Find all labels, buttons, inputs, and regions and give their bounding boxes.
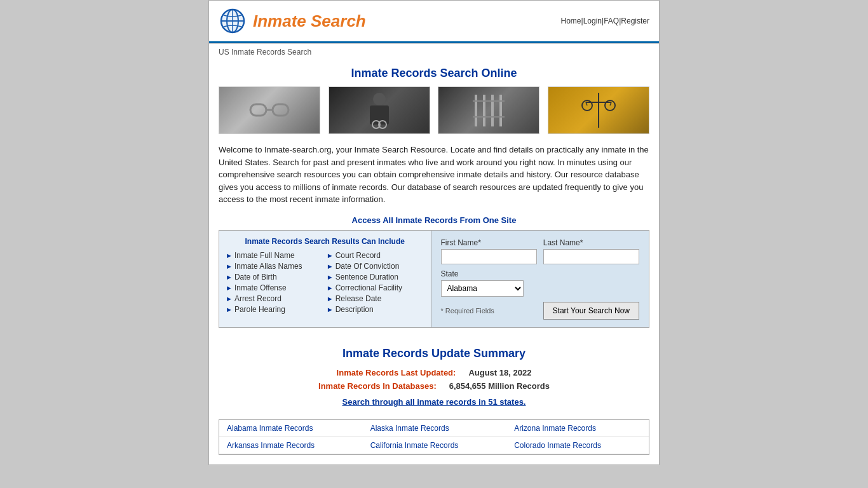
result-label: Correctional Facility <box>336 283 402 292</box>
nav-home[interactable]: Home <box>561 17 581 25</box>
result-item: ►Arrest Record <box>226 294 323 303</box>
arrow-icon: ► <box>327 252 334 259</box>
state-records-link[interactable]: Alabama Inmate Records <box>227 424 313 433</box>
search-button[interactable]: Start Your Search Now <box>543 302 639 320</box>
states-table-wrapper: Alabama Inmate RecordsAlaska Inmate Reco… <box>219 419 649 455</box>
result-item: ►Inmate Alias Names <box>226 262 323 271</box>
hero-image-arrest <box>329 86 430 134</box>
breadcrumb: US Inmate Records Search <box>209 44 659 60</box>
update-heading: Inmate Records Update Summary <box>219 347 649 360</box>
records-value: 6,854,655 Million Records <box>449 381 550 391</box>
first-name-label: First Name* <box>441 238 537 247</box>
state-select[interactable]: AlabamaAlaskaArizonaArkansasCaliforniaCo… <box>441 280 524 297</box>
last-name-label: Last Name* <box>543 238 639 247</box>
result-label: Date Of Conviction <box>336 262 400 271</box>
states-table: Alabama Inmate RecordsAlaska Inmate Reco… <box>219 420 649 454</box>
result-item: ►Date Of Conviction <box>327 262 424 271</box>
description-text: Welcome to Inmate-search.org, your Inmat… <box>219 144 649 206</box>
arrow-icon: ► <box>327 262 334 270</box>
page-heading: Inmate Records Search Online <box>219 67 649 80</box>
arrow-icon: ► <box>226 284 233 292</box>
header: Inmate Search Home|Login|FAQ|Register <box>209 1 659 41</box>
result-label: Inmate Alias Names <box>234 262 302 271</box>
result-label: Arrest Record <box>234 294 281 303</box>
result-label: Court Record <box>336 251 381 260</box>
result-item: ►Sentence Duration <box>327 273 424 281</box>
left-panel-title: Inmate Records Search Results Can Includ… <box>226 237 424 246</box>
result-item: ►Description <box>327 305 424 314</box>
update-summary: Inmate Records Update Summary Inmate Rec… <box>209 334 659 419</box>
svg-rect-5 <box>250 104 266 116</box>
result-item: ►Date of Birth <box>226 273 323 281</box>
result-label: Sentence Duration <box>336 273 398 281</box>
search-states-link[interactable]: Search through all inmate records in 51 … <box>219 397 649 407</box>
arrow-icon: ► <box>226 306 233 313</box>
table-row: Alabama Inmate RecordsAlaska Inmate Reco… <box>219 420 649 437</box>
required-note: * Required Fields <box>441 307 494 315</box>
hero-image-handcuffs <box>219 86 320 134</box>
last-name-input[interactable] <box>543 249 639 264</box>
arrow-icon: ► <box>226 295 233 302</box>
nav-register[interactable]: Register <box>621 17 649 25</box>
result-label: Release Date <box>336 294 382 303</box>
form-footer: * Required Fields Start Your Search Now <box>441 302 640 320</box>
state-records-link[interactable]: Colorado Inmate Records <box>514 441 601 450</box>
state-label: State <box>441 269 640 278</box>
first-name-input[interactable] <box>441 249 537 264</box>
arrow-icon: ► <box>226 262 233 270</box>
first-name-group: First Name* <box>441 238 537 264</box>
state-group: State AlabamaAlaskaArizonaArkansasCalifo… <box>441 269 640 297</box>
result-label: Description <box>336 305 374 314</box>
result-item: ►Court Record <box>327 251 424 260</box>
hero-image-bars <box>438 86 539 134</box>
arrow-icon: ► <box>327 273 334 281</box>
arrow-icon: ► <box>226 273 233 281</box>
name-form-row: First Name* Last Name* <box>441 238 640 264</box>
site-title: Inmate Search <box>253 11 366 31</box>
result-item: ►Inmate Offense <box>226 283 323 292</box>
main-content: Inmate Records Search Online <box>209 60 659 334</box>
state-records-link[interactable]: Arizona Inmate Records <box>514 424 596 433</box>
result-label: Inmate Offense <box>234 283 287 292</box>
logo-area: Inmate Search <box>219 7 366 35</box>
arrow-icon: ► <box>327 295 334 302</box>
records-label: Inmate Records In Databases: <box>318 381 437 391</box>
records-row: Inmate Records In Databases: 6,854,655 M… <box>219 381 649 391</box>
access-label: Access All Inmate Records From One Site <box>219 215 649 225</box>
arrow-icon: ► <box>327 284 334 292</box>
images-row <box>219 86 649 134</box>
last-updated-row: Inmate Records Last Updated: August 18, … <box>219 368 649 377</box>
last-name-group: Last Name* <box>543 238 639 264</box>
nav-login[interactable]: Login <box>583 17 602 25</box>
arrow-icon: ► <box>327 306 334 313</box>
search-section: Inmate Records Search Results Can Includ… <box>219 230 649 328</box>
result-label: Date of Birth <box>234 273 277 281</box>
nav-faq[interactable]: FAQ <box>604 17 619 25</box>
arrow-icon: ► <box>226 252 233 259</box>
right-panel: First Name* Last Name* State AlabamaAlas… <box>431 231 649 327</box>
result-label: Parole Hearing <box>234 305 285 314</box>
states-table-body: Alabama Inmate RecordsAlaska Inmate Reco… <box>219 420 649 454</box>
state-records-link[interactable]: Alaska Inmate Records <box>370 424 449 433</box>
state-records-link[interactable]: Arkansas Inmate Records <box>227 441 315 450</box>
svg-rect-6 <box>273 104 288 116</box>
nav-links: Home|Login|FAQ|Register <box>561 17 649 25</box>
results-grid: ►Inmate Full Name►Court Record►Inmate Al… <box>226 251 424 314</box>
result-item: ►Correctional Facility <box>327 283 424 292</box>
state-records-link[interactable]: California Inmate Records <box>370 441 459 450</box>
result-item: ►Parole Hearing <box>226 305 323 314</box>
svg-point-4 <box>221 10 244 32</box>
result-item: ►Release Date <box>327 294 424 303</box>
left-panel: Inmate Records Search Results Can Includ… <box>219 231 431 327</box>
result-item: ►Inmate Full Name <box>226 251 323 260</box>
last-updated-value: August 18, 2022 <box>468 368 531 377</box>
table-row: Arkansas Inmate RecordsCalifornia Inmate… <box>219 437 649 454</box>
last-updated-label: Inmate Records Last Updated: <box>337 368 456 377</box>
hero-image-justice <box>548 86 649 134</box>
result-label: Inmate Full Name <box>234 251 295 260</box>
svg-rect-8 <box>373 93 386 105</box>
globe-icon <box>219 7 247 35</box>
